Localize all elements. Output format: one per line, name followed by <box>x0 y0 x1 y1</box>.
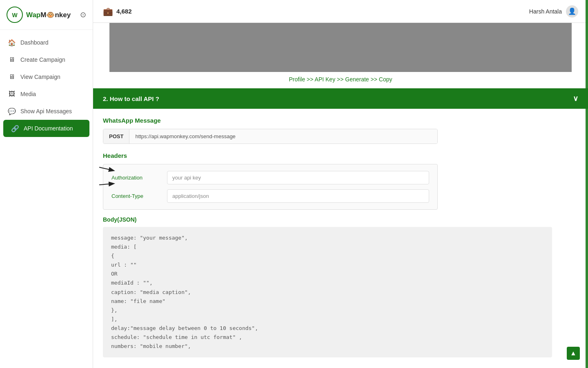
code-line: { <box>111 251 544 260</box>
code-line: name: "file name" <box>111 297 544 306</box>
code-line: OR <box>111 269 544 278</box>
authorization-input[interactable]: your api key <box>167 171 429 184</box>
post-row: POST https://api.wapmonkey.com/send-mess… <box>103 129 438 144</box>
post-url: https://api.wapmonkey.com/send-message <box>129 129 437 144</box>
code-line: numbers: "mobile number", <box>111 342 544 351</box>
code-line: ], <box>111 315 544 324</box>
user-name: Harsh Antala <box>529 8 562 15</box>
sidebar-item-media[interactable]: 🖼 Media <box>0 85 93 103</box>
sidebar-item-api-documentation[interactable]: 🔗 API Documentation <box>3 120 89 137</box>
sidebar-item-media-label: Media <box>20 91 36 97</box>
content-type-input[interactable]: application/json <box>167 189 429 203</box>
sidebar-item-view-campaign[interactable]: 🖥 View Campaign <box>0 68 93 85</box>
body-type: (JSON) <box>117 216 136 223</box>
code-line: }, <box>111 306 544 315</box>
section2-body: WhatsApp Message POST https://api.wapmon… <box>93 109 588 366</box>
code-line: caption: "media caption", <box>111 288 544 297</box>
top-bar: 💼 4,682 Harsh Antala 👤 <box>93 0 588 23</box>
wallet-info: 💼 4,682 <box>103 7 132 16</box>
logo-monkey: M🐵nkey <box>40 11 71 19</box>
code-line: schedule: "schedule time in utc format" … <box>111 333 544 342</box>
section2-header[interactable]: 2. How to call API ? ∨ <box>93 88 588 109</box>
content-type-label: Content-Type <box>111 193 160 199</box>
sidebar-item-show-api-messages-label: Show Api Messages <box>20 108 72 114</box>
target-icon[interactable]: ⊙ <box>80 10 86 19</box>
dashboard-icon: 🏠 <box>8 39 16 46</box>
code-box: message: "your message",media: [{url : "… <box>103 227 552 357</box>
body-title: Body(JSON) <box>103 216 578 223</box>
content-type-row: Content-Type application/json <box>111 189 429 203</box>
media-icon: 🖼 <box>8 90 16 98</box>
headers-section: Headers Header 1 Header 2 <box>103 152 578 210</box>
post-method-badge: POST <box>103 129 129 144</box>
logo-wap: Wap <box>26 11 40 19</box>
wallet-amount: 4,682 <box>116 8 132 15</box>
logo-text: WapM🐵nkey <box>26 11 71 19</box>
code-line: mediaId : "", <box>111 278 544 287</box>
sidebar-item-view-campaign-label: View Campaign <box>20 74 60 80</box>
code-line: media: [ <box>111 242 544 251</box>
sidebar: W WapM🐵nkey ⊙ 🏠 Dashboard 🖥 Create Campa… <box>0 0 93 368</box>
whatsapp-message-title: WhatsApp Message <box>103 117 578 124</box>
sidebar-item-create-campaign-label: Create Campaign <box>20 56 65 63</box>
scrollbar[interactable] <box>586 0 588 368</box>
code-line: message: "your message", <box>111 233 544 242</box>
show-api-messages-icon: 💬 <box>8 108 16 115</box>
sidebar-item-api-documentation-label: API Documentation <box>24 125 73 132</box>
authorization-label: Authorization <box>111 175 160 181</box>
sidebar-item-create-campaign[interactable]: 🖥 Create Campaign <box>0 51 93 68</box>
page-content: Profile >> API Key >> Generate >> Copy 2… <box>93 23 588 368</box>
create-campaign-icon: 🖥 <box>8 56 16 63</box>
sidebar-item-dashboard-label: Dashboard <box>20 39 49 46</box>
sidebar-item-dashboard[interactable]: 🏠 Dashboard <box>0 34 93 51</box>
banner-image <box>109 23 572 72</box>
logo-icon: W <box>7 7 23 23</box>
code-line: delay:"message delay between 0 to 10 sec… <box>111 324 544 333</box>
back-to-top-button[interactable]: ▲ <box>567 347 580 360</box>
body-label: Body <box>103 216 117 223</box>
headers-title: Headers <box>103 152 578 159</box>
user-avatar: 👤 <box>566 5 578 18</box>
profile-api-path: Profile >> API Key >> Generate >> Copy <box>93 72 588 88</box>
sidebar-logo: W WapM🐵nkey ⊙ <box>0 0 93 30</box>
wallet-icon: 💼 <box>103 7 113 16</box>
main-content: 💼 4,682 Harsh Antala 👤 Profile >> API Ke… <box>93 0 588 368</box>
svg-text:W: W <box>12 12 18 18</box>
view-campaign-icon: 🖥 <box>8 73 16 81</box>
sidebar-navigation: 🏠 Dashboard 🖥 Create Campaign 🖥 View Cam… <box>0 30 93 141</box>
section2-title: 2. How to call API ? <box>103 95 159 102</box>
user-avatar-icon: 👤 <box>568 7 576 15</box>
sidebar-item-show-api-messages[interactable]: 💬 Show Api Messages <box>0 103 93 120</box>
body-section: Body(JSON) message: "your message",media… <box>103 216 578 357</box>
chevron-down-icon: ∨ <box>573 94 578 103</box>
api-documentation-icon: 🔗 <box>11 125 19 132</box>
user-info: Harsh Antala 👤 <box>529 5 578 18</box>
headers-box: Header 1 Header 2 <box>103 164 438 210</box>
code-line: url : "" <box>111 260 544 269</box>
authorization-row: Authorization your api key <box>111 171 429 184</box>
svg-line-2 <box>99 167 114 171</box>
